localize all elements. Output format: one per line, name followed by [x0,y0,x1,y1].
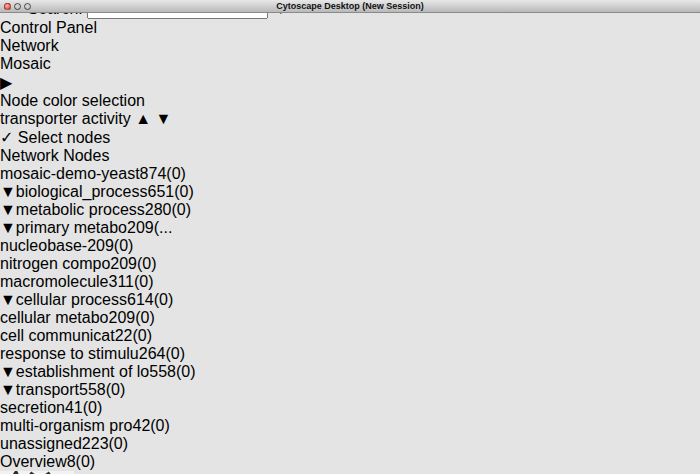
control-panel-tabs: Network Mosaic ▶ [0,37,700,92]
stepper-down-icon: ▼ [155,110,171,127]
tree-node-count: 264(0) [139,345,185,362]
tree-node-count: 8(0) [67,453,95,470]
tree-label: cellular metabo [0,309,109,326]
tree-row[interactable]: cell communicat22(0) [0,327,700,345]
tab-mosaic-label: Mosaic [0,55,51,72]
tree-label: primary metabo [16,219,127,236]
tree-row[interactable]: unassigned223(0) [0,435,700,453]
network-tree-rows: mosaic-demo-yeast874(0)▼biological_proce… [0,165,700,471]
tree-label: Overview [0,453,67,470]
stepper-up-icon: ▲ [135,110,151,127]
expand-triangle-icon[interactable]: ▼ [0,183,16,200]
control-panel: Control Panel Network Mosaic ▶ Node colo… [0,19,700,471]
network-window-controls [4,3,31,10]
cytoscape-desktop: { "app": { "title": "Cytoscape Desktop (… [0,0,700,474]
tab-mosaic[interactable]: Mosaic [0,55,700,73]
group-label: Node color selection [0,92,145,109]
node-color-dropdown[interactable]: transporter activity ▲ ▼ [0,110,700,128]
tree-node-count: 209(0) [110,255,156,272]
tree-label: nucleobase- [0,237,87,254]
tree-row[interactable]: secretion41(0) [0,399,700,417]
tree-label: macromolecule [0,273,108,290]
tree-row[interactable]: response to stimulu264(0) [0,345,700,363]
tree-label: metabolic process [16,201,145,218]
tree-row[interactable]: ▼transport558(0) [0,381,700,399]
select-nodes-label: Select nodes [18,129,111,146]
tree-column-network[interactable]: Network [0,147,59,164]
close-button[interactable] [4,3,11,10]
tree-node-count: 874(0) [140,165,186,182]
tree-node-count: 42(0) [132,417,169,434]
minimize-button[interactable] [14,3,21,10]
tree-label: nitrogen compo [0,255,110,272]
network-tree: Network Nodes mosaic-demo-yeast874(0)▼bi… [0,147,700,471]
tree-row[interactable]: nitrogen compo209(0) [0,255,700,273]
tree-column-nodes[interactable]: Nodes [63,147,109,164]
expand-triangle-icon[interactable]: ▼ [0,219,16,236]
tree-node-count: 558(0) [79,381,125,398]
tree-node-count: 209(... [127,219,172,236]
node-color-selection-group: Node color selection transporter activit… [0,92,700,128]
dropdown-value: transporter activity [0,110,131,127]
tree-row[interactable]: Overview8(0) [0,453,700,471]
tree-label: cell communicat [0,327,115,344]
tree-row[interactable]: cellular metabo209(0) [0,309,700,327]
tree-label: cellular process [16,291,127,308]
tree-row[interactable]: ▼establishment of lo558(0) [0,363,700,381]
expand-triangle-icon[interactable]: ▼ [0,291,16,308]
window-title: Cytoscape Desktop (New Session) [276,1,424,11]
window-title-bar: Cytoscape Desktop (New Session) [0,0,700,13]
tree-row[interactable]: ▼primary metabo209(... [0,219,700,237]
tree-node-count: 209(0) [87,237,133,254]
expand-triangle-icon[interactable]: ▼ [0,363,16,380]
tree-node-count: 280(0) [145,201,191,218]
tree-node-count: 311(0) [108,273,153,290]
tree-label: biological_process [16,183,148,200]
tree-label: secretion [0,399,65,416]
control-panel-title: Control Panel [0,19,97,36]
tree-row[interactable]: ▼cellular process614(0) [0,291,700,309]
tree-row[interactable]: ▼biological_process651(0) [0,183,700,201]
tree-label: multi-organism pro [0,417,132,434]
tree-node-count: 209(0) [109,309,155,326]
tree-row[interactable]: mosaic-demo-yeast874(0) [0,165,700,183]
network-tree-header: Network Nodes [0,147,700,165]
tabs-overflow-arrow[interactable]: ▶ [0,73,700,92]
select-nodes-checkbox[interactable]: ✓ [0,129,13,146]
tree-node-count: 223(0) [82,435,128,452]
tree-row[interactable]: nucleobase-209(0) [0,237,700,255]
tree-label: transport [16,381,79,398]
zoom-button[interactable] [24,3,31,10]
select-nodes-row: ✓ Select nodes [0,128,700,147]
tree-row[interactable]: macromolecule311(0) [0,273,700,291]
expand-triangle-icon[interactable]: ▼ [0,201,16,218]
tree-label: response to stimulu [0,345,139,362]
tree-node-count: 22(0) [115,327,152,344]
tree-row[interactable]: ▼metabolic process280(0) [0,201,700,219]
tree-label: mosaic-demo-yeast [0,165,140,182]
tree-node-count: 614(0) [127,291,173,308]
expand-triangle-icon[interactable]: ▼ [0,381,16,398]
tree-label: establishment of lo [16,363,149,380]
dropdown-stepper-icon[interactable]: ▲ ▼ [135,110,171,127]
tab-network[interactable]: Network [0,37,700,55]
tree-label: unassigned [0,435,82,452]
tree-row[interactable]: multi-organism pro42(0) [0,417,700,435]
tree-node-count: 558(0) [149,363,195,380]
control-panel-header: Control Panel [0,19,700,37]
tab-network-label: Network [0,37,59,54]
tree-node-count: 651(0) [147,183,193,200]
tree-node-count: 41(0) [65,399,102,416]
